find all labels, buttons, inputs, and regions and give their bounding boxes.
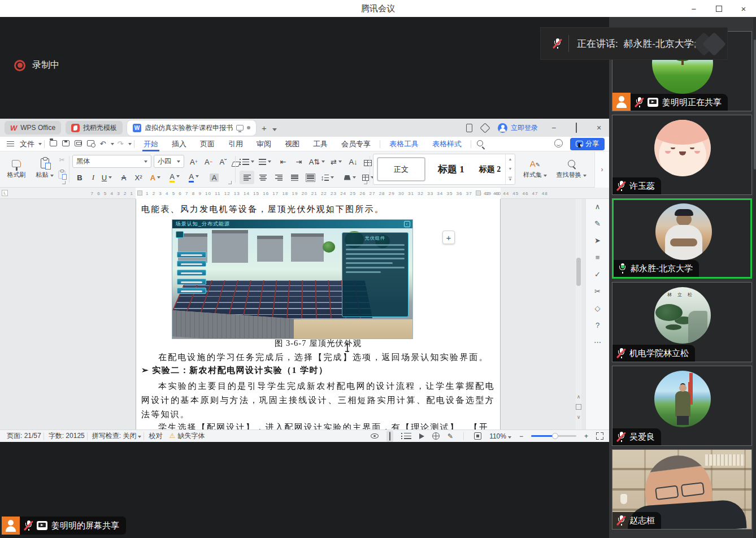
zoom-in-button[interactable]: + [584,432,588,440]
redo-button[interactable]: ↷ [114,140,127,148]
text-direction-button[interactable]: ⇄ [329,155,344,168]
pen-icon[interactable]: ✎ [594,219,601,228]
status-spellcheck[interactable]: 拼写检查: 关闭 [92,431,142,441]
tab-wps-home[interactable]: W WPS Office [5,121,61,134]
tools-icon[interactable]: ◇ [595,304,601,313]
next-page-icon[interactable]: ∨ [577,414,581,420]
numbered-list-button[interactable] [258,155,272,168]
scrollbar-thumb[interactable] [754,40,756,170]
login-entry[interactable]: 立即登录 [498,123,538,133]
undo-button[interactable]: ↶ [97,140,109,148]
figure-menu-buttons[interactable] [177,251,206,297]
char-shading-button[interactable]: A [207,171,221,184]
mobile-icon[interactable] [466,124,472,132]
print-icon[interactable] [72,140,84,148]
increase-indent-button[interactable]: ⇥ [292,155,306,168]
participant-tile-zhaozhihuan[interactable]: 赵志桓 [612,449,752,530]
snip-icon[interactable]: ✂ [594,287,601,296]
read-mode-icon[interactable] [371,433,379,439]
decrease-indent-button[interactable]: ⇤ [276,155,290,168]
fit-page-icon[interactable] [474,432,481,440]
increase-font-button[interactable]: A+ [186,155,201,168]
search-icon[interactable] [473,140,486,148]
menu-review[interactable]: 审阅 [250,137,278,151]
tab-selector-icon[interactable]: L [2,190,8,196]
char-scale-button[interactable]: A⇅ [307,155,327,168]
zoom-level[interactable]: 110% [489,432,511,440]
bold-button[interactable]: B [72,171,87,184]
tab-docer-templates[interactable]: 找稻壳模板 [66,121,123,134]
justify-button[interactable] [287,171,302,184]
tab-document-active[interactable]: W 虚拟仿真实验教学课程申报书 [127,120,256,136]
sidebar-scrollbar[interactable] [753,17,756,538]
participant-tile-linlisong[interactable]: 林立松 机电学院林立松 [612,282,752,362]
wps-side-toolbar[interactable]: ∧ ✎ ➤ ≡ ✓ ✂ ◇ ? ⋯ [585,199,609,429]
left-margin-marker[interactable] [137,190,142,196]
status-words[interactable]: 字数: 20125 [49,431,85,441]
menu-page[interactable]: 页面 [193,137,221,151]
prev-page-icon[interactable]: ∧ [577,394,581,400]
wps-restore-button[interactable] [570,123,583,132]
feedback-smile-icon[interactable] [552,139,564,149]
share-button[interactable]: 分享 [570,138,605,150]
redo-dropdown[interactable] [128,143,132,145]
wps-minimize-button[interactable]: − [547,123,561,132]
style-body-text[interactable]: 正文 [377,157,425,181]
highlight-button[interactable]: A [167,170,182,183]
align-right-button[interactable] [271,171,286,184]
distribute-button[interactable] [303,171,318,184]
maximize-button[interactable] [706,0,731,17]
document-area[interactable]: 电能表、风力发电机等设备，屋顶光伏外观如下图所示。 [0,199,609,429]
underline-button[interactable]: U [99,171,114,184]
participant-tile-xuyurui[interactable]: 许玉蕊 [612,115,752,195]
figure-collapse-icon[interactable]: ‹ [404,221,410,227]
figure-back-button[interactable] [176,231,184,238]
slider-knob[interactable] [552,433,558,439]
text-effects-button[interactable]: A [148,171,163,184]
menu-insert[interactable]: 插入 [165,137,193,151]
shading-bucket-button[interactable] [342,171,357,184]
ruler[interactable]: L 7 6 5 4 3 2 1 1 2 3 4 5 6 7 8 9 10 11 … [0,188,609,199]
menu-view[interactable]: 视图 [278,137,306,151]
collapse-icon[interactable]: ∧ [595,202,601,211]
font-size-select[interactable]: 小四 [154,155,184,168]
cursor-icon[interactable]: ➤ [594,236,601,245]
line-spacing-button[interactable]: ↕ [320,171,334,184]
page-nav-buttons[interactable]: ∧ ∨ [574,394,583,420]
status-missing-font[interactable]: ⚠缺失字体 [169,431,205,441]
open-file-icon[interactable] [47,140,59,148]
slideshow-icon[interactable] [419,433,424,439]
dialog-launcher[interactable] [364,181,367,184]
dialog-launcher[interactable] [62,181,66,184]
cut-icon[interactable]: ✂ [59,156,64,164]
status-page[interactable]: 页面: 21/57 [7,431,41,441]
tab-list-button[interactable] [272,123,277,133]
menu-tools[interactable]: 工具 [306,137,334,151]
menu-home[interactable]: 开始 [137,137,165,151]
scrollbar-thumb[interactable] [576,258,581,286]
close-button[interactable]: × [731,0,756,17]
bullet-list-button[interactable] [240,155,254,168]
menu-table-tools[interactable]: 表格工具 [383,137,425,151]
paste-button[interactable]: 粘贴 [32,156,58,179]
font-color-button[interactable]: A [186,170,201,183]
page-view-icon[interactable] [386,431,393,442]
italic-button[interactable]: I [86,171,101,184]
print-preview-icon[interactable] [84,140,97,148]
participant-tile-haoyongsheng[interactable]: 郝永胜-北京大学 [612,198,752,279]
help-icon[interactable]: ? [596,321,599,329]
outline-icon[interactable]: ≡ [596,253,600,262]
hamburger-icon[interactable] [7,141,14,146]
save-icon[interactable] [59,140,72,148]
menu-table-style[interactable]: 表格样式 [425,137,468,151]
menu-reference[interactable]: 引用 [221,137,250,151]
copy-icon[interactable] [59,171,66,179]
outline-view-icon[interactable] [404,433,411,439]
style-set-button[interactable]: A✎ 样式集 [520,156,550,179]
toolbar-expand-button[interactable]: › [594,151,609,188]
dialog-launcher[interactable] [228,181,232,184]
minimize-button[interactable]: − [681,0,706,17]
zoom-out-button[interactable]: − [519,432,523,440]
new-tab-button[interactable]: + [262,123,267,133]
menu-file[interactable]: 文件 [18,137,37,151]
